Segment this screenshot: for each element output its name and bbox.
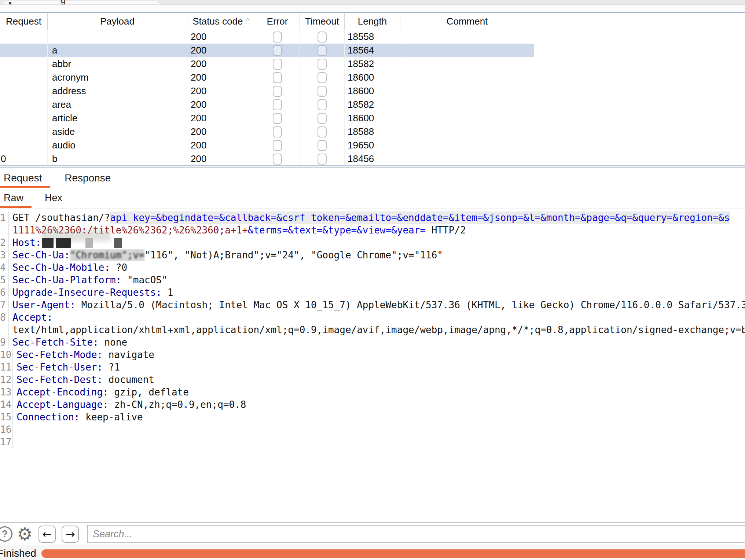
request-line: 1GET /southasian/?api_key=&begindate=&ca… (0, 211, 745, 224)
error-checkbox-cell (255, 44, 300, 57)
error-checkbox[interactable] (273, 99, 282, 110)
code-token: ?1 (103, 361, 120, 373)
timeout-checkbox[interactable] (318, 45, 327, 56)
error-checkbox[interactable] (273, 32, 282, 43)
line-number: 12 (0, 373, 13, 386)
code-token: Upgrade-Insecure-Requests: (12, 286, 162, 299)
code-token: GET /southasian/? (12, 211, 110, 224)
line-content: Sec-Ch-Ua-Mobile: ?0 (12, 261, 745, 274)
line-number: 13 (0, 386, 13, 398)
code-token: &terms=&text=&type=&view=&year= (248, 224, 426, 236)
timeout-checkbox[interactable] (318, 86, 327, 97)
table-row[interactable]: aside20018588 (0, 125, 534, 139)
status-code-cell: 200 (187, 98, 255, 111)
error-checkbox[interactable] (273, 140, 282, 151)
table-row[interactable]: 20018558 (0, 30, 534, 44)
column-header-payload[interactable]: Payload (48, 13, 187, 30)
timeout-checkbox[interactable] (318, 72, 327, 83)
payload-cell: address (48, 84, 187, 98)
error-checkbox[interactable] (273, 126, 282, 137)
code-token: "Chromium";v= (70, 249, 145, 261)
code-token: "116", "Not)A;Brand";v="24", "Google Chr… (144, 249, 443, 261)
code-token: Sec-Ch-Ua-Platform: (12, 274, 121, 286)
help-icon[interactable]: ? (0, 526, 12, 542)
request-line: 2Host: (0, 236, 745, 249)
timeout-checkbox-cell (300, 84, 345, 98)
code-token: text/html,application/xhtml+xml,applicat… (12, 324, 745, 336)
timeout-checkbox-cell (300, 125, 345, 139)
redacted-block (85, 238, 93, 248)
pane-splitter[interactable] (0, 165, 745, 168)
request-line: 4Sec-Ch-Ua-Mobile: ?0 (0, 261, 745, 274)
next-match-button[interactable]: → (62, 526, 79, 543)
table-row[interactable]: article20018600 (0, 111, 534, 125)
column-header-status-code[interactable]: Status code^ (187, 13, 255, 30)
timeout-checkbox[interactable] (318, 99, 327, 110)
table-row[interactable]: address20018600 (0, 84, 534, 98)
error-checkbox[interactable] (273, 154, 282, 165)
editor-toolbar: ? ⚙ ← → (0, 522, 745, 545)
column-header-comment[interactable]: Comment (400, 13, 534, 30)
request-line: 7User-Agent: Mozilla/5.0 (Macintosh; Int… (0, 299, 745, 311)
timeout-checkbox[interactable] (318, 126, 327, 137)
line-number: 4 (0, 261, 9, 274)
line-content: Sec-Fetch-User: ?1 (16, 361, 745, 373)
request-cell (0, 111, 48, 125)
timeout-checkbox-cell (300, 44, 345, 57)
length-cell: 18600 (345, 111, 400, 125)
error-checkbox[interactable] (273, 45, 282, 56)
column-label: Payload (100, 16, 135, 27)
tab-hex[interactable]: Hex (41, 188, 70, 208)
request-line: 14Accept-Language: zh-CN,zh;q=0.9,en;q=0… (0, 398, 745, 411)
previous-match-button[interactable]: ← (38, 526, 56, 543)
line-number (0, 224, 9, 236)
timeout-checkbox[interactable] (318, 113, 327, 124)
error-checkbox-cell (255, 125, 300, 139)
payload-cell: b (48, 152, 187, 165)
search-input[interactable] (87, 525, 745, 543)
column-header-timeout[interactable]: Timeout (300, 13, 345, 30)
timeout-checkbox[interactable] (318, 140, 327, 151)
table-row[interactable]: a20018564 (0, 44, 534, 57)
window-tab[interactable]: g (2, 1, 161, 5)
code-token: "macOS" (121, 274, 167, 286)
request-cell: 0 (0, 152, 48, 165)
line-content: Sec-Fetch-Site: none (12, 336, 745, 349)
request-line: 8Accept: (0, 311, 745, 324)
error-checkbox[interactable] (273, 113, 282, 124)
code-token: HTTP/2 (426, 224, 466, 236)
timeout-checkbox-cell (300, 71, 345, 84)
status-label: Finished (0, 548, 36, 559)
gear-icon[interactable]: ⚙ (17, 525, 33, 543)
table-row[interactable]: abbr20018582 (0, 57, 534, 71)
code-token: 1 (162, 286, 173, 299)
table-row[interactable]: audio20019650 (0, 139, 534, 152)
request-editor[interactable]: 1GET /southasian/?api_key=&begindate=&ca… (0, 209, 745, 522)
line-content: Accept: (12, 311, 745, 324)
table-row[interactable]: area20018582 (0, 98, 534, 111)
error-checkbox[interactable] (273, 72, 282, 83)
request-line: 10Sec-Fetch-Mode: navigate (0, 349, 745, 361)
column-header-length[interactable]: Length (345, 13, 400, 30)
error-checkbox[interactable] (273, 86, 282, 97)
code-token: Sec-Fetch-Dest: (16, 373, 103, 386)
tab-response[interactable]: Response (61, 168, 119, 188)
column-header-error[interactable]: Error (255, 13, 300, 30)
column-label: Length (358, 16, 387, 27)
tab-raw[interactable]: Raw (0, 188, 32, 208)
table-row[interactable]: acronym20018600 (0, 71, 534, 84)
code-token: gzip, deflate (109, 386, 189, 398)
line-number: 17 (0, 436, 13, 448)
timeout-checkbox[interactable] (318, 59, 327, 70)
timeout-checkbox[interactable] (318, 154, 327, 165)
code-token: Accept: (12, 311, 53, 324)
timeout-checkbox[interactable] (318, 32, 327, 43)
request-line: 11Sec-Fetch-User: ?1 (0, 361, 745, 373)
line-content: GET /southasian/?api_key=&begindate=&cal… (12, 211, 745, 224)
request-line: 3Sec-Ch-Ua: "Chromium";v="116", "Not)A;B… (0, 249, 745, 261)
redacted-block (56, 238, 71, 248)
error-checkbox[interactable] (273, 59, 282, 70)
tab-request[interactable]: Request (0, 168, 50, 188)
table-row[interactable]: 0b20018456 (0, 152, 534, 165)
column-header-request[interactable]: Request (0, 13, 48, 30)
